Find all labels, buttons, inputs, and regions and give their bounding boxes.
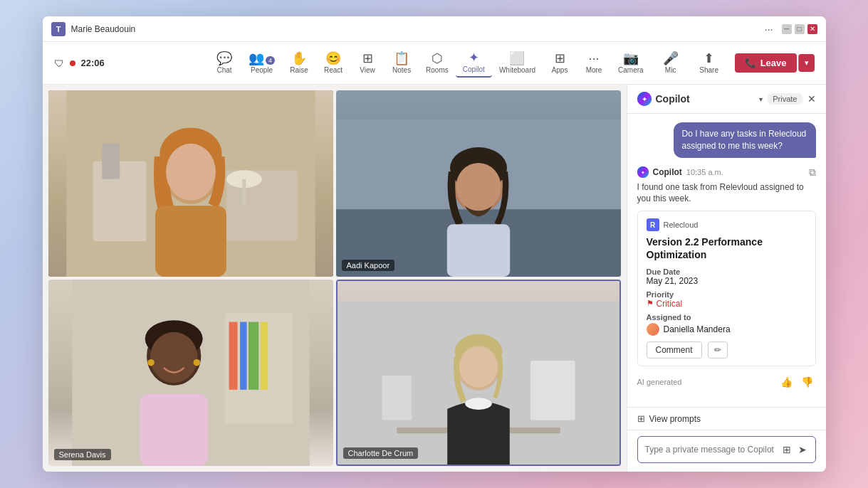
view-prompts-label: View prompts [649,414,701,424]
svg-rect-24 [260,322,268,390]
apps-icon: ⊞ [555,52,565,65]
svg-rect-30 [140,394,207,466]
raise-tool[interactable]: ✋ Raise [282,49,316,77]
assignee-row: Daniella Mandera [647,323,807,336]
video-bg-4 [338,281,619,465]
user-message: Do I have any tasks in Relecloud assigne… [674,122,816,158]
phone-icon: 📞 [745,58,756,68]
task-assigned-label: Assigned to [647,313,807,322]
video-bg-2 [336,90,621,277]
copilot-response-name: Copilot [653,167,682,177]
svg-rect-7 [242,179,246,206]
copilot-logo-icon: ✦ [637,92,652,106]
leave-dropdown-button[interactable]: ▾ [798,54,815,72]
svg-rect-21 [229,322,237,390]
mic-icon: 🎤 [663,52,679,65]
mic-tool[interactable]: 🎤 Mic [652,49,689,77]
toolbar-center: 💬 Chat 👥4 People ✋ Raise 😊 React ⊞ View … [207,48,611,78]
input-grid-button[interactable]: ⊞ [781,442,793,457]
title-bar: T Marie Beaudouin ··· ─ □ ✕ [43,16,826,42]
video-cell-2: Aadi Kapoor [336,90,621,277]
notes-tool[interactable]: 📋 Notes [385,49,419,77]
copilot-chat: Do I have any tasks in Relecloud assigne… [627,114,826,407]
toolbar: 🛡 22:06 💬 Chat 👥4 People ✋ Raise 😊 React [43,42,826,85]
recording-indicator [70,60,75,66]
participant-name-2: Aadi Kapoor [342,260,395,271]
shield-icon: 🛡 [54,58,64,69]
copilot-panel: ✦ Copilot ▾ Private ✕ Do I have any task… [627,85,826,472]
apps-tool[interactable]: ⊞ Apps [543,49,577,77]
copilot-input-box: ⊞ ➤ [637,436,816,463]
svg-point-28 [147,359,155,366]
svg-rect-22 [240,322,247,390]
svg-point-37 [459,346,497,387]
task-card: R Relecloud Version 2.2 Performance Opti… [637,211,816,366]
close-button[interactable]: ✕ [807,24,817,34]
task-card-header: R Relecloud [647,218,807,231]
edit-button[interactable]: ✏ [708,341,728,359]
camera-tool[interactable]: 📷 Camera [611,49,651,77]
participant-name-4: Charlotte De Crum [343,447,419,459]
react-tool[interactable]: 😊 React [316,49,350,77]
copilot-response-time: 10:35 a.m. [686,168,723,176]
call-timer: 22:06 [81,58,105,68]
svg-point-10 [166,144,216,201]
copilot-close-button[interactable]: ✕ [807,93,816,105]
svg-point-27 [150,332,197,383]
camera-icon: 📷 [623,52,639,65]
raise-icon: ✋ [291,52,307,65]
copilot-msg-header: ✦ Copilot 10:35 a.m. ⧉ [637,166,816,179]
task-actions: Comment ✏ [647,341,807,359]
more-tool[interactable]: ··· More [577,49,611,77]
svg-text:✦: ✦ [641,169,645,176]
more-options-button[interactable]: ··· [765,23,773,35]
flag-icon: ⚑ [647,299,654,308]
video-cell-4: Charlotte De Crum [336,280,621,466]
copilot-title: Copilot [656,93,755,105]
minimize-button[interactable]: ─ [782,24,792,34]
notes-icon: 📋 [394,52,409,65]
whiteboard-tool[interactable]: ⬜ Whiteboard [492,49,543,77]
task-due-date-field: Due Date May 21, 2023 [647,267,807,286]
thumbs-up-button[interactable]: 👍 [778,375,795,389]
view-tool[interactable]: ⊞ View [350,49,385,77]
copilot-chevron-icon[interactable]: ▾ [759,95,763,103]
svg-rect-4 [102,144,120,179]
task-due-date-label: Due Date [647,267,807,276]
whiteboard-icon: ⬜ [509,52,525,65]
relecloud-icon: R [647,218,659,231]
share-icon: ⬆ [704,52,714,65]
participant-name-3: Serena Davis [54,449,111,460]
maximize-button[interactable]: □ [795,24,805,34]
video-cell-1 [48,90,333,277]
chat-icon: 💬 [216,52,232,65]
svg-point-29 [193,359,200,366]
ai-generated-row: AI generated 👍 👎 [637,375,816,389]
people-tool[interactable]: 👥4 People [241,49,282,77]
share-tool[interactable]: ⬆ Share [691,49,728,77]
copilot-input-area: ⊞ ➤ [627,430,826,472]
copilot-icon: ✦ [469,51,479,64]
comment-button[interactable]: Comment [647,341,702,359]
view-prompts-row[interactable]: ⊞ View prompts [627,407,826,430]
copilot-tool[interactable]: ✦ Copilot [456,48,492,78]
copy-icon[interactable]: ⧉ [809,166,816,179]
task-assigned-field: Assigned to Daniella Mandera [647,313,807,336]
input-send-button[interactable]: ➤ [797,442,808,457]
copilot-response: ✦ Copilot 10:35 a.m. ⧉ I found one task … [637,166,816,389]
react-icon: 😊 [325,52,341,65]
task-priority-value: ⚑ Critical [647,299,807,309]
svg-rect-33 [382,376,412,420]
rooms-icon: ⬡ [432,52,443,65]
copilot-input[interactable] [645,445,777,455]
video-bg-3 [48,280,333,466]
people-icon: 👥4 [249,52,275,65]
chat-tool[interactable]: 💬 Chat [207,49,241,77]
teams-window: T Marie Beaudouin ··· ─ □ ✕ 🛡 22:06 💬 Ch… [43,16,826,472]
thumbs-down-button[interactable]: 👎 [798,375,816,389]
svg-point-17 [456,163,501,211]
svg-rect-18 [446,224,509,277]
rooms-tool[interactable]: ⬡ Rooms [419,49,456,77]
leave-button[interactable]: 📞 Leave [735,53,797,73]
task-card-source: Relecloud [664,221,699,229]
